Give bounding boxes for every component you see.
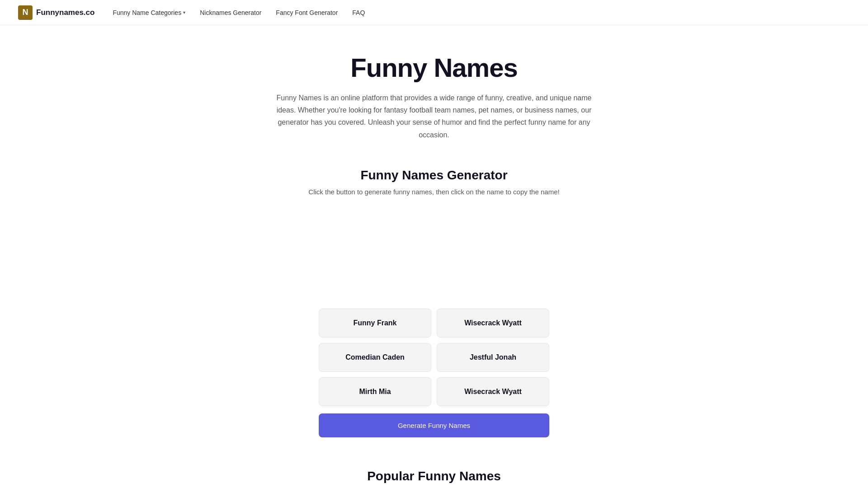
nav-item-nicknames[interactable]: Nicknames Generator	[200, 9, 261, 17]
names-grid: Funny Frank Wisecrack Wyatt Comedian Cad…	[319, 309, 549, 406]
navbar: N Funnynames.co Funny Name Categories ▾ …	[0, 0, 868, 25]
ad-area	[217, 214, 651, 295]
name-card-text-2: Wisecrack Wyatt	[464, 319, 522, 327]
page-description: Funny Names is an online platform that p…	[267, 92, 601, 141]
name-card-5[interactable]: Mirth Mia	[319, 377, 431, 406]
nav-item-font[interactable]: Fancy Font Generator	[276, 9, 338, 17]
name-card-text-4: Jestful Jonah	[470, 353, 516, 361]
nav-link-font[interactable]: Fancy Font Generator	[276, 9, 338, 16]
generator-section: Funny Names Generator Click the button t…	[217, 168, 651, 437]
popular-section: Popular Funny Names	[217, 469, 651, 483]
page-title: Funny Names	[217, 52, 651, 83]
nav-link-faq[interactable]: FAQ	[352, 9, 365, 16]
generator-subtitle: Click the button to generate funny names…	[217, 188, 651, 196]
name-card-3[interactable]: Comedian Caden	[319, 343, 431, 372]
logo-text: Funnynames.co	[36, 8, 94, 17]
name-card-text-1: Funny Frank	[353, 319, 396, 327]
nav-label-categories: Funny Name Categories	[113, 9, 181, 16]
nav-links: Funny Name Categories ▾ Nicknames Genera…	[113, 9, 365, 17]
name-card-2[interactable]: Wisecrack Wyatt	[437, 309, 549, 338]
nav-item-categories[interactable]: Funny Name Categories ▾	[113, 9, 185, 16]
nav-link-nicknames[interactable]: Nicknames Generator	[200, 9, 261, 16]
nav-item-faq[interactable]: FAQ	[352, 9, 365, 17]
main-container: Funny Names Funny Names is an online pla…	[208, 25, 660, 488]
name-card-text-5: Mirth Mia	[359, 388, 391, 395]
site-logo[interactable]: N Funnynames.co	[18, 5, 94, 20]
generate-button[interactable]: Generate Funny Names	[319, 413, 549, 437]
generator-title: Funny Names Generator	[217, 168, 651, 183]
logo-icon: N	[18, 5, 33, 20]
name-card-4[interactable]: Jestful Jonah	[437, 343, 549, 372]
chevron-down-icon: ▾	[183, 10, 185, 15]
name-card-text-6: Wisecrack Wyatt	[464, 388, 522, 395]
name-card-6[interactable]: Wisecrack Wyatt	[437, 377, 549, 406]
name-card-1[interactable]: Funny Frank	[319, 309, 431, 338]
popular-title: Popular Funny Names	[217, 469, 651, 483]
name-card-text-3: Comedian Caden	[345, 353, 405, 361]
